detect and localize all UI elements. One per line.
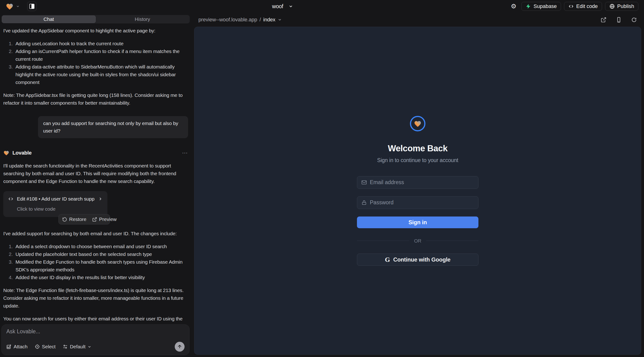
globe-icon — [609, 4, 615, 9]
assistant-note-text: Note: The AppSidebar.tsx file is getting… — [3, 91, 188, 107]
gear-icon: ⚙ — [511, 3, 516, 10]
refresh-icon — [631, 17, 637, 23]
list-item: Added a select dropdown to choose betwee… — [14, 242, 188, 250]
assistant-message-text: I'll update the search functionality in … — [3, 162, 188, 185]
chevron-right-icon — [98, 196, 103, 201]
assistant-message-text: I've updated the AppSidebar component to… — [3, 27, 188, 34]
password-input[interactable] — [370, 200, 474, 206]
chevron-down-icon[interactable] — [16, 4, 20, 8]
chat-tabs: Chat History — [2, 15, 190, 24]
sign-in-button[interactable]: Sign in — [357, 216, 478, 228]
sidebar-toggle-button[interactable] — [27, 2, 36, 11]
google-icon: G — [385, 256, 390, 264]
chevron-down-icon — [278, 18, 282, 22]
assistant-numbered-list: Adding useLocation hook to track the cur… — [3, 40, 188, 86]
assistant-header: Lovable ⋯ — [3, 149, 188, 157]
external-link-icon — [92, 217, 97, 222]
preview-domain: preview--woof.lovable.app — [198, 17, 257, 23]
list-item: Added the user ID display in the results… — [14, 274, 188, 281]
list-item: Adding useLocation hook to track the cur… — [14, 40, 188, 48]
heart-icon — [414, 120, 422, 127]
panel-icon — [29, 4, 34, 9]
user-message-bubble: can you add support for searching not on… — [38, 116, 188, 138]
supabase-icon — [526, 4, 531, 9]
google-sign-in-button[interactable]: G Continue with Google — [357, 254, 478, 266]
composer: Attach Select Default — [2, 324, 190, 355]
tab-chat[interactable]: Chat — [2, 16, 96, 23]
attach-label: Attach — [14, 344, 28, 350]
restore-icon — [62, 217, 67, 222]
assistant-message-text: I've added support for searching by both… — [3, 230, 188, 237]
restore-label: Restore — [69, 216, 86, 222]
email-input[interactable] — [370, 179, 474, 186]
list-item: Adding data-active attribute to SidebarM… — [14, 63, 188, 86]
open-in-new-tab-button[interactable] — [600, 17, 606, 23]
chat-input[interactable] — [6, 328, 184, 335]
select-label: Select — [42, 344, 56, 350]
top-bar: woof ⚙ Supabase Edit code Publish — [0, 0, 644, 13]
chevron-down-icon — [88, 345, 92, 349]
send-button[interactable] — [175, 342, 184, 352]
sliders-icon — [62, 344, 68, 349]
mode-label: Default — [70, 344, 86, 350]
page-title: Welcome Back — [388, 144, 448, 154]
edit-card-subtitle: Click to view code — [17, 205, 103, 213]
settings-button[interactable]: ⚙ — [509, 2, 518, 11]
attach-button[interactable]: Attach — [6, 344, 28, 350]
email-field[interactable] — [357, 176, 478, 189]
code-icon — [8, 196, 14, 202]
project-title[interactable]: woof — [272, 3, 293, 10]
smartphone-icon — [616, 17, 622, 23]
assistant-numbered-list: Added a select dropdown to choose betwee… — [3, 242, 188, 281]
mode-selector[interactable]: Default — [62, 344, 92, 350]
edit-code-button[interactable]: Edit code — [564, 2, 602, 11]
chevron-down-icon — [288, 4, 293, 9]
preview-label: Preview — [99, 216, 117, 222]
refresh-button[interactable] — [631, 17, 637, 23]
supabase-button[interactable]: Supabase — [521, 2, 561, 11]
mobile-view-button[interactable] — [616, 17, 622, 23]
assistant-note-text: Note: The Edge Function file (fetch-fire… — [3, 286, 188, 310]
sign-in-card: Welcome Back Sign in to continue to your… — [357, 116, 478, 266]
edit-card-actions: Restore Preview — [58, 214, 110, 224]
preview-panel: preview--woof.lovable.app / index — [191, 13, 644, 357]
arrow-up-icon — [177, 344, 182, 349]
divider: OR — [357, 238, 478, 244]
target-icon — [35, 344, 40, 349]
image-plus-icon — [6, 344, 12, 349]
mail-icon — [362, 180, 367, 185]
google-label: Continue with Google — [393, 256, 450, 263]
preview-viewport: Welcome Back Sign in to continue to your… — [194, 27, 641, 355]
select-button[interactable]: Select — [35, 344, 56, 350]
app-logo — [410, 116, 426, 131]
message-menu-button[interactable]: ⋯ — [182, 150, 188, 156]
restore-button[interactable]: Restore — [62, 216, 86, 222]
divider-label: OR — [414, 238, 421, 244]
publish-label: Publish — [617, 3, 634, 10]
code-icon — [568, 4, 574, 9]
edit-card-title: Edit #108 • Add user ID search supp... — [17, 195, 95, 203]
assistant-name: Lovable — [12, 149, 32, 157]
chat-panel: Chat History I've updated the AppSidebar… — [0, 13, 191, 357]
password-field[interactable] — [357, 196, 478, 209]
list-item: Adding an isCurrentPath helper function … — [14, 48, 188, 63]
url-separator: / — [260, 17, 261, 23]
assistant-message-text: You can now search for users by either t… — [3, 315, 188, 322]
list-item: Modified the Edge Function to handle bot… — [14, 258, 188, 274]
preview-button[interactable]: Preview — [92, 216, 117, 222]
preview-toolbar: preview--woof.lovable.app / index — [194, 13, 641, 27]
page-subtitle: Sign in to continue to your account — [377, 157, 458, 164]
tab-history[interactable]: History — [96, 16, 190, 23]
edit-code-label: Edit code — [576, 3, 598, 10]
publish-button[interactable]: Publish — [605, 2, 638, 11]
external-link-icon — [600, 17, 606, 23]
list-item: Updated the placeholder text based on th… — [14, 250, 188, 258]
preview-page: index — [263, 17, 276, 23]
lovable-heart-logo[interactable] — [6, 3, 14, 10]
lock-icon — [362, 200, 367, 205]
supabase-label: Supabase — [534, 3, 557, 10]
chat-message-list[interactable]: I've updated the AppSidebar component to… — [0, 24, 191, 322]
edit-card[interactable]: Edit #108 • Add user ID search supp... C… — [3, 191, 108, 217]
preview-url-selector[interactable]: preview--woof.lovable.app / index — [198, 17, 282, 23]
lovable-heart-icon — [3, 150, 10, 156]
